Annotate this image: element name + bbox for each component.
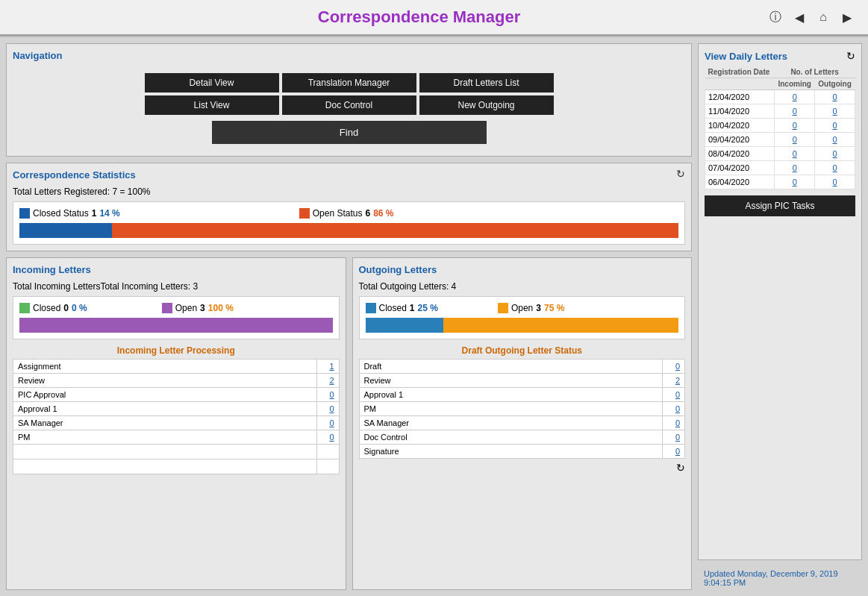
back-icon[interactable]: ◀ [790, 8, 808, 26]
view-daily-section: View Daily Letters ↻ Registration Date N… [698, 43, 862, 560]
incoming-legend: Closed 0 0 % Open 3 100 % [19, 303, 333, 313]
draft-value[interactable]: 0 [663, 388, 685, 402]
draft-label: Approval 1 [359, 388, 663, 402]
draft-row: PM0 [359, 402, 685, 416]
processing-row: Review2 [13, 374, 340, 388]
draft-value[interactable]: 0 [663, 360, 685, 374]
daily-outgoing[interactable]: 0 [815, 161, 855, 175]
nav-row-1: Detail View Translation Manager Draft Le… [145, 73, 554, 92]
stats-refresh-icon[interactable]: ↻ [676, 168, 685, 180]
daily-incoming[interactable]: 0 [775, 175, 815, 189]
incoming-closed-pct: 0 % [72, 303, 87, 313]
outgoing-title: Outgoing Letters [359, 264, 686, 275]
find-button[interactable]: Find [212, 121, 487, 144]
daily-table-row: 07/04/202000 [705, 161, 855, 175]
outgoing-open-bar [443, 318, 678, 333]
draft-row: Approval 10 [359, 388, 685, 402]
closed-color-box [19, 208, 30, 219]
daily-outgoing[interactable]: 0 [815, 147, 855, 161]
home-icon[interactable]: ⌂ [814, 8, 832, 26]
incoming-closed-box [19, 303, 30, 313]
outgoing-refresh-icon[interactable]: ↻ [676, 462, 685, 474]
incoming-progress-bar [19, 318, 333, 333]
daily-incoming[interactable]: 0 [775, 90, 815, 104]
daily-outgoing[interactable]: 0 [815, 104, 855, 119]
draft-value[interactable]: 0 [663, 402, 685, 416]
daily-date: 12/04/2020 [705, 90, 775, 104]
list-view-button[interactable]: List View [145, 95, 279, 115]
stats-legend: Closed Status 1 14 % Open Status 6 86 % [19, 208, 678, 219]
draft-row: Draft0 [359, 360, 685, 374]
draft-label: SA Manager [359, 416, 663, 430]
processing-value[interactable]: 0 [316, 402, 339, 416]
open-color-box [299, 208, 310, 219]
daily-date: 07/04/2020 [705, 161, 775, 175]
processing-value[interactable]: 1 [316, 360, 339, 374]
col-incoming-header: Incoming [775, 78, 815, 90]
processing-value[interactable]: 2 [316, 374, 339, 388]
draft-row: Review2 [359, 374, 685, 388]
daily-outgoing[interactable]: 0 [815, 90, 855, 104]
lower-row: Incoming Letters Total Incoming LettersT… [6, 257, 692, 590]
nav-row-2: List View Doc Control New Outgoing [145, 95, 554, 115]
outgoing-closed-legend: Closed 1 25 % [366, 303, 438, 313]
processing-label: PM [13, 430, 317, 445]
processing-row: Approval 10 [13, 402, 340, 416]
stats-chart: Closed Status 1 14 % Open Status 6 86 % [13, 201, 685, 245]
nav-buttons-container: Detail View Translation Manager Draft Le… [13, 67, 685, 150]
open-bar [112, 223, 678, 238]
draft-value[interactable]: 0 [663, 430, 685, 445]
draft-label: PM [359, 402, 663, 416]
footer-bar: Updated Monday, December 9, 2019 9:04:15… [698, 566, 862, 590]
daily-refresh-icon[interactable]: ↻ [846, 50, 855, 62]
detail-view-button[interactable]: Detail View [145, 73, 279, 92]
incoming-closed-legend: Closed 0 0 % [19, 303, 87, 313]
processing-label: Assignment [13, 360, 317, 374]
col-outgoing-header: Outgoing [815, 78, 855, 90]
draft-row: Doc Control0 [359, 430, 685, 445]
top-bar: Correspondence Manager ⓘ ◀ ⌂ ▶ [0, 0, 868, 36]
assign-pic-tasks-button[interactable]: Assign PIC Tasks [705, 195, 855, 216]
right-panel: View Daily Letters ↻ Registration Date N… [698, 43, 862, 590]
draft-letters-list-button[interactable]: Draft Letters List [419, 73, 554, 92]
daily-date: 09/04/2020 [705, 133, 775, 147]
draft-label: Draft [359, 360, 663, 374]
outgoing-legend: Closed 1 25 % Open 3 75 % [366, 303, 679, 313]
help-icon[interactable]: ⓘ [766, 8, 784, 26]
daily-outgoing[interactable]: 0 [815, 119, 855, 133]
closed-pct: 14 % [99, 208, 119, 219]
processing-value[interactable]: 0 [316, 416, 339, 430]
statistics-section: Correspondence Statistics ↻ Total Letter… [6, 163, 692, 251]
daily-incoming[interactable]: 0 [775, 133, 815, 147]
processing-row: SA Manager0 [13, 416, 340, 430]
navigation-title: Navigation [13, 50, 685, 61]
draft-value[interactable]: 0 [663, 445, 685, 459]
daily-incoming[interactable]: 0 [775, 147, 815, 161]
processing-value[interactable]: 0 [316, 430, 339, 445]
forward-icon[interactable]: ▶ [838, 8, 856, 26]
draft-value[interactable]: 0 [663, 416, 685, 430]
daily-table-row: 09/04/202000 [705, 133, 855, 147]
daily-date: 08/04/2020 [705, 147, 775, 161]
outgoing-closed-bar [366, 318, 444, 333]
translation-manager-button[interactable]: Translation Manager [282, 73, 416, 92]
new-outgoing-button[interactable]: New Outgoing [419, 95, 554, 115]
daily-outgoing[interactable]: 0 [815, 133, 855, 147]
processing-label: Review [13, 374, 317, 388]
outgoing-closed-pct: 25 % [418, 303, 438, 313]
no-of-letters-header: No. of Letters [775, 66, 855, 78]
daily-incoming[interactable]: 0 [775, 119, 815, 133]
daily-incoming[interactable]: 0 [775, 161, 815, 175]
doc-control-button[interactable]: Doc Control [282, 95, 416, 115]
incoming-total: Total Incoming LettersTotal Incoming Let… [13, 281, 340, 292]
daily-table-row: 10/04/202000 [705, 119, 855, 133]
daily-outgoing[interactable]: 0 [815, 175, 855, 189]
daily-table: Registration Date No. of Letters Incomin… [705, 66, 855, 189]
top-nav-icons: ⓘ ◀ ⌂ ▶ [766, 8, 856, 26]
incoming-section: Incoming Letters Total Incoming LettersT… [6, 257, 346, 590]
outgoing-total: Total Outgoing Letters: 4 [359, 281, 686, 292]
daily-incoming[interactable]: 0 [775, 104, 815, 119]
draft-value[interactable]: 2 [663, 374, 685, 388]
processing-value[interactable]: 0 [316, 388, 339, 402]
incoming-chart: Closed 0 0 % Open 3 100 % [13, 296, 340, 339]
